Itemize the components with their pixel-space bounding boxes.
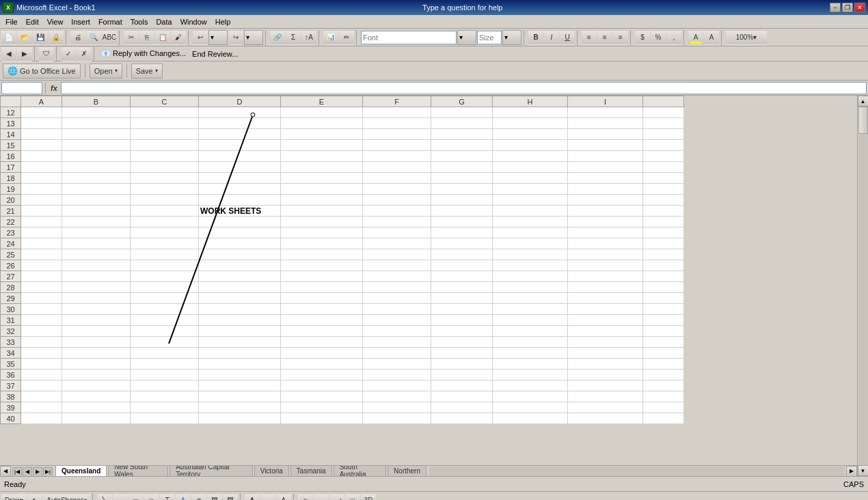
formula-input[interactable]	[61, 82, 867, 94]
cell-I18[interactable]	[568, 173, 643, 184]
cell-F26[interactable]	[363, 260, 431, 271]
cell-D20[interactable]	[199, 195, 281, 206]
security-button[interactable]: 🛡	[39, 46, 54, 61]
cell-H38[interactable]	[493, 391, 568, 402]
cell-B27[interactable]	[62, 271, 131, 282]
reject-change-button[interactable]: ✗	[77, 46, 92, 61]
cell-C17[interactable]	[131, 162, 199, 173]
cell-17[interactable]	[643, 162, 684, 173]
end-review-btn[interactable]: End Review...	[189, 50, 241, 58]
cell-A19[interactable]	[21, 184, 62, 195]
cell-E12[interactable]	[281, 107, 363, 118]
cut-button[interactable]: ✂	[124, 30, 139, 45]
cell-I22[interactable]	[568, 217, 643, 227]
cell-C25[interactable]	[131, 249, 199, 260]
cell-A28[interactable]	[21, 282, 62, 293]
zoom-dropdown[interactable]: 100%▾	[726, 30, 767, 45]
cell-F34[interactable]	[363, 348, 431, 359]
cell-C40[interactable]	[131, 413, 199, 424]
cell-D29[interactable]	[199, 293, 281, 304]
cell-F28[interactable]	[363, 282, 431, 293]
cell-D24[interactable]	[199, 238, 281, 249]
cell-39[interactable]	[643, 402, 684, 413]
cell-E15[interactable]	[281, 140, 363, 151]
cell-D30[interactable]	[199, 304, 281, 315]
cell-E37[interactable]	[281, 380, 363, 391]
open-button-ol[interactable]: Open ▾	[90, 64, 122, 79]
cell-H31[interactable]	[493, 315, 568, 326]
cell-H40[interactable]	[493, 413, 568, 424]
cell-E16[interactable]	[281, 151, 363, 162]
cell-F18[interactable]	[363, 173, 431, 184]
cell-E26[interactable]	[281, 260, 363, 271]
cell-27[interactable]	[643, 271, 684, 282]
cell-G40[interactable]	[431, 413, 493, 424]
cell-D21[interactable]: WORK SHEETS	[199, 206, 281, 217]
cell-F16[interactable]	[363, 151, 431, 162]
cell-D23[interactable]	[199, 227, 281, 238]
cell-I12[interactable]	[568, 107, 643, 118]
cell-B16[interactable]	[62, 151, 131, 162]
cell-F35[interactable]	[363, 359, 431, 370]
cell-I27[interactable]	[568, 271, 643, 282]
cell-I38[interactable]	[568, 391, 643, 402]
hscroll-right-button[interactable]: ▶	[846, 466, 857, 477]
cell-F31[interactable]	[363, 315, 431, 326]
cell-D40[interactable]	[199, 413, 281, 424]
cell-28[interactable]	[643, 282, 684, 293]
cell-I30[interactable]	[568, 304, 643, 315]
cell-E39[interactable]	[281, 402, 363, 413]
cell-I14[interactable]	[568, 129, 643, 140]
cell-E19[interactable]	[281, 184, 363, 195]
size-dropdown[interactable]: ▾	[502, 30, 521, 45]
cell-C21[interactable]	[131, 206, 199, 217]
cell-A39[interactable]	[21, 402, 62, 413]
cell-I28[interactable]	[568, 282, 643, 293]
cell-I29[interactable]	[568, 293, 643, 304]
cell-I23[interactable]	[568, 227, 643, 238]
cell-H23[interactable]	[493, 227, 568, 238]
cell-D15[interactable]	[199, 140, 281, 151]
cell-H14[interactable]	[493, 129, 568, 140]
cell-E33[interactable]	[281, 337, 363, 348]
spellcheck-button[interactable]: ABC	[102, 30, 117, 45]
cell-B17[interactable]	[62, 162, 131, 173]
cell-32[interactable]	[643, 326, 684, 337]
cell-A25[interactable]	[21, 249, 62, 260]
cell-A15[interactable]	[21, 140, 62, 151]
cell-B34[interactable]	[62, 348, 131, 359]
cell-D26[interactable]	[199, 260, 281, 271]
align-center-button[interactable]: ≡	[597, 30, 612, 45]
drawing-button[interactable]: ✏	[339, 30, 354, 45]
cell-G27[interactable]	[431, 271, 493, 282]
cell-E31[interactable]	[281, 315, 363, 326]
cell-I19[interactable]	[568, 184, 643, 195]
cell-E35[interactable]	[281, 359, 363, 370]
cell-G14[interactable]	[431, 129, 493, 140]
cell-B26[interactable]	[62, 260, 131, 271]
minimize-button[interactable]: −	[830, 3, 841, 12]
cell-D25[interactable]	[199, 249, 281, 260]
cell-H25[interactable]	[493, 249, 568, 260]
cell-I21[interactable]	[568, 206, 643, 217]
cell-A16[interactable]	[21, 151, 62, 162]
cell-B35[interactable]	[62, 359, 131, 370]
cell-H36[interactable]	[493, 370, 568, 380]
cell-A29[interactable]	[21, 293, 62, 304]
cell-G18[interactable]	[431, 173, 493, 184]
font-size-input[interactable]	[477, 31, 502, 44]
cell-E22[interactable]	[281, 217, 363, 227]
cell-H26[interactable]	[493, 260, 568, 271]
cell-D16[interactable]	[199, 151, 281, 162]
cell-15[interactable]	[643, 140, 684, 151]
cell-C28[interactable]	[131, 282, 199, 293]
sheet-tab-queensland[interactable]: Queensland	[55, 466, 107, 477]
cell-F27[interactable]	[363, 271, 431, 282]
cell-F33[interactable]	[363, 337, 431, 348]
currency-button[interactable]: $	[635, 30, 650, 45]
cell-A40[interactable]	[21, 413, 62, 424]
sheet-tab-nsw[interactable]: New South Wales	[108, 466, 168, 477]
cell-B21[interactable]	[62, 206, 131, 217]
cell-D22[interactable]	[199, 217, 281, 227]
cell-E29[interactable]	[281, 293, 363, 304]
